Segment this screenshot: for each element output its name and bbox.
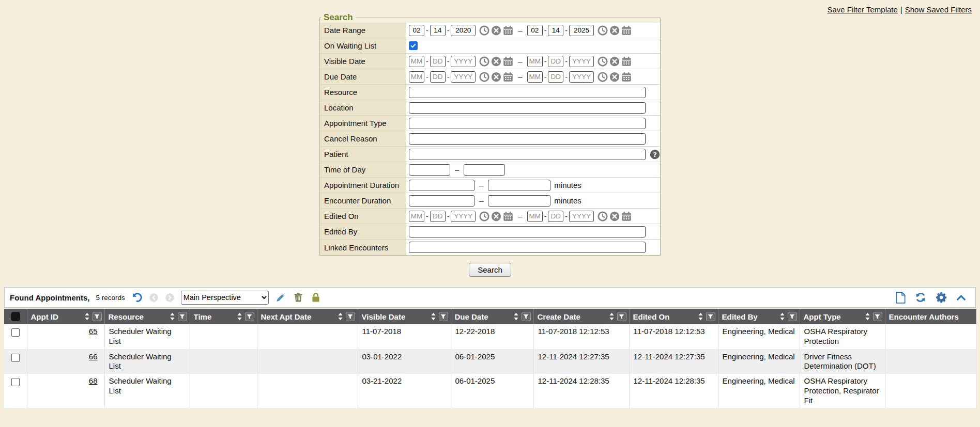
row-checkbox[interactable] <box>11 354 20 362</box>
calendar-icon[interactable] <box>503 56 513 67</box>
clock-icon[interactable] <box>479 211 489 222</box>
row-checkbox[interactable] <box>11 328 20 337</box>
edited-on-to-day[interactable] <box>548 211 563 222</box>
filter-icon[interactable] <box>617 312 626 321</box>
sort-icon[interactable] <box>84 312 90 321</box>
calendar-icon[interactable] <box>503 211 513 222</box>
visible-date-to-month[interactable] <box>527 56 543 67</box>
sort-icon[interactable] <box>698 312 703 321</box>
perspective-select[interactable]: Main Perspective <box>181 291 269 305</box>
date-range-from-month[interactable] <box>409 25 424 36</box>
calendar-icon[interactable] <box>503 72 513 82</box>
clear-icon[interactable] <box>609 72 620 82</box>
visible-date-to-year[interactable] <box>569 56 594 67</box>
appt-id-link[interactable]: 68 <box>89 376 98 385</box>
calendar-icon[interactable] <box>621 72 632 82</box>
lock-icon[interactable] <box>310 292 321 303</box>
filter-icon[interactable] <box>522 312 531 321</box>
date-range-to-month[interactable] <box>527 25 543 36</box>
settings-gear-icon[interactable] <box>936 292 947 303</box>
edited-on-from-month[interactable] <box>409 211 424 222</box>
due-date-from-month[interactable] <box>409 71 424 83</box>
clear-icon[interactable] <box>491 25 501 36</box>
clock-icon[interactable] <box>598 211 608 222</box>
row-checkbox[interactable] <box>11 378 20 386</box>
edited-on-from-year[interactable] <box>451 211 476 222</box>
due-date-to-month[interactable] <box>527 71 543 83</box>
date-range-from-day[interactable] <box>430 25 446 36</box>
patient-input[interactable] <box>409 149 646 160</box>
edited-on-from-day[interactable] <box>430 211 446 222</box>
edited-on-to-year[interactable] <box>569 211 594 222</box>
clear-icon[interactable] <box>491 56 501 67</box>
due-date-from-year[interactable] <box>451 71 476 83</box>
visible-date-from-day[interactable] <box>430 56 446 67</box>
select-all-checkbox[interactable] <box>11 312 20 321</box>
filter-icon[interactable] <box>873 312 882 321</box>
calendar-icon[interactable] <box>621 211 632 222</box>
clear-icon[interactable] <box>609 56 620 67</box>
location-input[interactable] <box>409 102 646 114</box>
visible-date-to-day[interactable] <box>548 56 563 67</box>
calendar-icon[interactable] <box>621 25 632 36</box>
time-of-day-from-input[interactable] <box>409 164 450 176</box>
sort-icon[interactable] <box>170 312 175 321</box>
filter-icon[interactable] <box>346 312 355 321</box>
appointment-duration-max-input[interactable] <box>488 180 550 191</box>
collapse-panel-icon[interactable] <box>956 294 966 301</box>
clock-icon[interactable] <box>598 25 608 36</box>
delete-perspective-icon[interactable] <box>293 292 304 303</box>
due-date-to-day[interactable] <box>548 71 563 83</box>
sort-icon[interactable] <box>513 312 519 321</box>
linked-encounters-input[interactable] <box>409 242 646 253</box>
clock-icon[interactable] <box>479 25 489 36</box>
undo-icon[interactable] <box>131 292 143 303</box>
filter-icon[interactable] <box>439 312 448 321</box>
clear-icon[interactable] <box>491 211 501 222</box>
new-document-icon[interactable] <box>896 292 906 304</box>
save-filter-template-link[interactable]: Save Filter Template <box>827 5 897 14</box>
clock-icon[interactable] <box>479 56 489 67</box>
edited-on-to-month[interactable] <box>527 211 543 222</box>
calendar-icon[interactable] <box>503 25 513 36</box>
refresh-icon[interactable] <box>915 292 926 303</box>
sort-icon[interactable] <box>338 312 343 321</box>
appt-id-link[interactable]: 65 <box>89 327 98 336</box>
history-forward-icon[interactable] <box>165 293 175 303</box>
calendar-icon[interactable] <box>621 56 632 67</box>
cancel-reason-input[interactable] <box>409 133 646 145</box>
encounter-duration-max-input[interactable] <box>488 195 550 207</box>
search-button[interactable]: Search <box>469 263 511 277</box>
due-date-from-day[interactable] <box>430 71 446 83</box>
filter-icon[interactable] <box>706 312 715 321</box>
clock-icon[interactable] <box>598 72 608 82</box>
filter-icon[interactable] <box>93 312 102 321</box>
clear-icon[interactable] <box>609 25 620 36</box>
encounter-duration-min-input[interactable] <box>409 195 474 207</box>
visible-date-from-month[interactable] <box>409 56 424 67</box>
appointment-duration-min-input[interactable] <box>409 180 474 191</box>
time-of-day-to-input[interactable] <box>464 164 505 176</box>
filter-icon[interactable] <box>788 312 797 321</box>
clear-icon[interactable] <box>491 72 501 82</box>
history-back-icon[interactable] <box>149 293 159 303</box>
sort-icon[interactable] <box>779 312 785 321</box>
clock-icon[interactable] <box>598 56 608 67</box>
on-waiting-list-checkbox[interactable] <box>409 41 418 50</box>
show-saved-filters-link[interactable]: Show Saved Filters <box>905 5 972 14</box>
help-icon[interactable]: ? <box>650 149 660 160</box>
clear-icon[interactable] <box>609 211 620 222</box>
clock-icon[interactable] <box>479 72 489 82</box>
filter-icon[interactable] <box>245 312 254 321</box>
visible-date-from-year[interactable] <box>451 56 476 67</box>
date-range-from-year[interactable] <box>451 25 476 36</box>
sort-icon[interactable] <box>865 312 870 321</box>
sort-icon[interactable] <box>431 312 436 321</box>
appt-id-link[interactable]: 66 <box>89 352 98 361</box>
filter-icon[interactable] <box>178 312 187 321</box>
edit-perspective-icon[interactable] <box>275 292 286 303</box>
sort-icon[interactable] <box>237 312 242 321</box>
sort-icon[interactable] <box>609 312 615 321</box>
appointment-type-input[interactable] <box>409 118 646 129</box>
due-date-to-year[interactable] <box>569 71 594 83</box>
